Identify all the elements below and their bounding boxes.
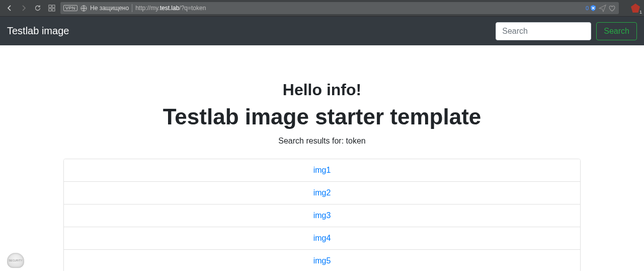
back-button[interactable] [4, 3, 15, 14]
brand-title[interactable]: Testlab image [7, 25, 69, 37]
search-input[interactable] [496, 22, 591, 40]
extension-button[interactable]: 1 [627, 4, 640, 13]
shield-icon [590, 5, 597, 12]
app-navbar: Testlab image Search [0, 17, 644, 45]
search-summary: Search results for: token [0, 137, 644, 146]
list-item[interactable]: img2 [64, 181, 580, 204]
globe-icon [80, 5, 87, 12]
reload-icon [34, 5, 41, 12]
separator [132, 4, 132, 12]
browser-toolbar: VPN Не защищено http://my.test.lab/?q=to… [0, 0, 644, 17]
send-icon[interactable] [599, 5, 606, 12]
reload-button[interactable] [32, 3, 43, 14]
search-button[interactable]: Search [596, 22, 637, 40]
vpn-badge: VPN [63, 5, 77, 11]
chevron-left-icon [7, 5, 13, 11]
list-item[interactable]: img1 [64, 159, 580, 181]
extensions-button[interactable] [46, 3, 57, 14]
list-item[interactable]: img4 [64, 227, 580, 249]
list-item[interactable]: img5 [64, 249, 580, 271]
svg-rect-1 [52, 5, 55, 8]
page-content: Hello info! Testlab image starter templa… [0, 45, 644, 271]
greeting-heading: Hello info! [0, 81, 644, 99]
url-text: http://my.test.lab/?q=token [135, 5, 206, 12]
address-bar[interactable]: VPN Не защищено http://my.test.lab/?q=to… [60, 2, 619, 14]
address-bar-actions: 0 [586, 5, 616, 12]
extension-icon [631, 4, 640, 13]
list-item[interactable]: img3 [64, 204, 580, 227]
grid-icon [48, 5, 55, 12]
chevron-right-icon [21, 5, 27, 11]
watermark-logo: SECURITY [7, 253, 24, 268]
forward-button[interactable] [18, 3, 29, 14]
svg-rect-3 [52, 9, 55, 11]
svg-rect-2 [49, 9, 51, 11]
results-list: img1 img2 img3 img4 img5 [63, 159, 581, 271]
heart-icon[interactable] [608, 5, 616, 12]
extension-badge: 1 [639, 10, 642, 15]
page-title: Testlab image starter template [0, 104, 644, 129]
security-status: Не защищено [90, 5, 129, 12]
blocker-counter[interactable]: 0 [586, 5, 597, 12]
navbar-search-form: Search [496, 22, 637, 40]
svg-rect-0 [49, 5, 51, 8]
